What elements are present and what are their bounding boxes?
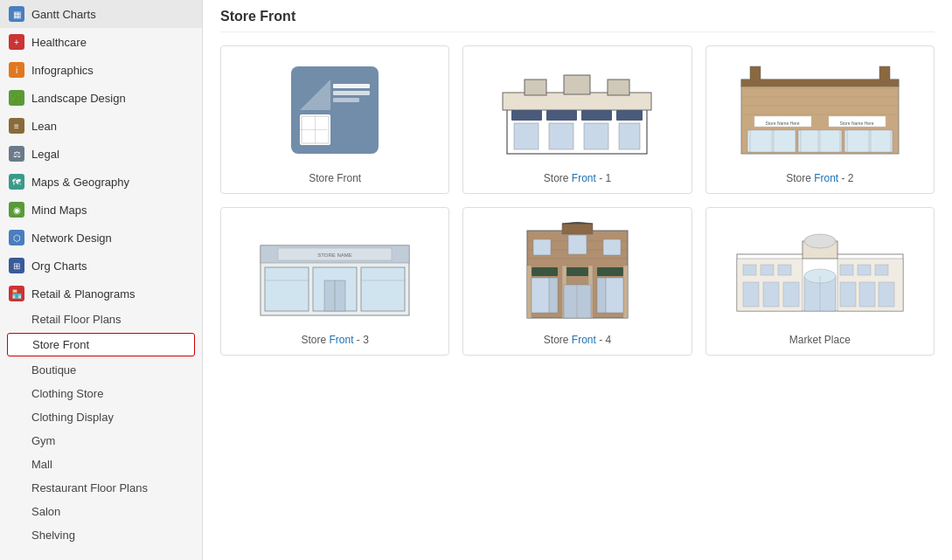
svg-rect-18 [514, 123, 539, 149]
svg-rect-83 [778, 265, 791, 275]
template-card-store-front-3[interactable]: STORE NAME Store Front - 3 [220, 207, 449, 356]
sidebar-item-retail-planograms[interactable]: 🏪 Retail & Planograms [0, 280, 202, 308]
svg-rect-94 [859, 282, 875, 307]
svg-rect-62 [597, 267, 623, 276]
sidebar-item-label: Retail & Planograms [31, 287, 136, 301]
legal-icon: ⚖ [9, 146, 24, 162]
svg-text:Store Name Here: Store Name Here [839, 121, 873, 126]
svg-rect-71 [549, 278, 558, 313]
template-image-store-front-3: STORE NAME [230, 217, 440, 327]
sidebar-subitem-retail-floor-plans[interactable]: Retail Floor Plans [0, 308, 202, 331]
org-charts-icon: ⊞ [9, 258, 24, 273]
svg-rect-75 [597, 278, 606, 313]
sidebar-subitem-label: Clothing Store [31, 387, 103, 400]
sidebar-item-org-charts[interactable]: ⊞ Org Charts [0, 252, 202, 280]
sidebar-item-label: Healthcare [31, 36, 87, 49]
infographics-icon: i [9, 62, 24, 78]
svg-rect-35 [750, 130, 772, 152]
sidebar-item-label: Mind Maps [31, 204, 87, 217]
svg-rect-67 [533, 239, 551, 255]
svg-rect-60 [532, 267, 558, 276]
svg-rect-58 [562, 224, 593, 234]
svg-rect-41 [847, 130, 869, 152]
template-link-store-front-1[interactable]: Front [572, 172, 596, 184]
svg-rect-68 [568, 235, 587, 254]
svg-rect-36 [774, 130, 796, 152]
sidebar-subitem-label: Shelving [31, 529, 75, 542]
sidebar-subitem-clothing-store[interactable]: Clothing Store [0, 382, 202, 405]
svg-rect-13 [608, 80, 629, 95]
template-label-store-front-1: Store Front - 1 [544, 172, 611, 184]
template-link-store-front-3[interactable]: Front [329, 334, 353, 346]
sidebar-item-infographics[interactable]: i Infographics [0, 56, 202, 84]
sidebar-subitem-label: Mall [31, 458, 52, 471]
svg-rect-28 [750, 66, 761, 82]
svg-rect-85 [858, 265, 871, 275]
template-card-market-place[interactable]: Market Place [705, 207, 935, 356]
svg-rect-15 [546, 110, 577, 121]
sidebar-item-label: Network Design [31, 232, 112, 245]
main-content: Store Front Store Front [203, 0, 952, 560]
template-label-store-front: Store Front [309, 172, 361, 184]
svg-rect-29 [879, 66, 890, 82]
sidebar-subitem-clothing-display[interactable]: Clothing Display [0, 405, 202, 429]
template-link-store-front-4[interactable]: Front [572, 334, 596, 346]
svg-rect-90 [743, 282, 759, 307]
sidebar-subitem-label: Store Front [32, 338, 89, 351]
sidebar-item-mind-maps[interactable]: ◉ Mind Maps [0, 196, 202, 224]
sidebar-subitem-gym[interactable]: Gym [0, 429, 202, 453]
template-card-store-front-1[interactable]: Store Front - 1 [462, 45, 691, 194]
template-label-store-front-2: Store Front - 2 [786, 172, 853, 184]
sidebar-item-landscape-design[interactable]: 🌿 Landscape Design [0, 84, 202, 112]
svg-rect-38 [801, 130, 818, 152]
sidebar-subitem-restaurant-floor-plans[interactable]: Restaurant Floor Plans [0, 476, 202, 500]
sidebar-item-maps-geography[interactable]: 🗺 Maps & Geography [0, 168, 202, 196]
sidebar-item-label: Maps & Geography [31, 176, 129, 189]
template-card-store-front-4[interactable]: Store Front - 4 [462, 207, 691, 356]
svg-rect-69 [603, 239, 621, 255]
sidebar-subitem-shelving[interactable]: Shelving [0, 523, 202, 547]
svg-rect-66 [623, 266, 628, 318]
svg-rect-14 [511, 110, 542, 121]
svg-rect-39 [820, 130, 840, 152]
sidebar-item-legal[interactable]: ⚖ Legal [0, 140, 202, 168]
template-label-market-place: Market Place [789, 334, 851, 346]
sidebar-item-gantt-charts[interactable]: ▦ Gantt Charts [0, 0, 202, 28]
sidebar-item-lean[interactable]: ≡ Lean [0, 112, 202, 140]
template-image-store-front [230, 55, 440, 165]
svg-marker-59 [562, 222, 593, 224]
svg-rect-20 [584, 123, 608, 149]
sidebar-item-healthcare[interactable]: + Healthcare [0, 28, 202, 56]
sidebar-item-network-design[interactable]: ⬡ Network Design [0, 224, 202, 252]
sidebar-subitem-boutique[interactable]: Boutique [0, 358, 202, 382]
template-card-store-front-2[interactable]: Store Name Here Store Name Here Store [705, 45, 935, 194]
svg-rect-42 [871, 130, 891, 152]
svg-rect-82 [761, 265, 774, 275]
mind-maps-icon: ◉ [9, 202, 24, 218]
svg-text:STORE NAME: STORE NAME [317, 252, 352, 258]
svg-rect-19 [549, 123, 573, 149]
sidebar-subitem-label: Clothing Display [31, 411, 114, 424]
svg-rect-21 [619, 123, 640, 149]
svg-rect-61 [562, 267, 593, 276]
template-label-store-front-3: Store Front - 3 [301, 334, 368, 346]
sidebar-subitem-store-front[interactable]: Store Front [7, 333, 195, 356]
svg-rect-27 [741, 80, 899, 86]
lean-icon: ≡ [9, 118, 24, 134]
template-card-store-front[interactable]: Store Front [220, 45, 449, 194]
template-image-store-front-2: Store Name Here Store Name Here [715, 55, 925, 165]
svg-rect-95 [879, 282, 894, 307]
sidebar-subitem-mall[interactable]: Mall [0, 453, 202, 476]
template-link-store-front-2[interactable]: Front [814, 172, 838, 184]
page-title: Store Front [220, 9, 935, 32]
sidebar-subitem-label: Retail Floor Plans [31, 313, 122, 326]
svg-rect-86 [875, 265, 888, 275]
sidebar-subitem-label: Gym [31, 434, 55, 447]
svg-rect-84 [840, 265, 853, 275]
svg-rect-63 [527, 266, 532, 318]
svg-rect-72 [564, 285, 591, 318]
gantt-charts-icon: ▦ [9, 6, 24, 22]
sidebar-subitem-salon[interactable]: Salon [0, 500, 202, 523]
template-image-market-place [715, 217, 925, 327]
template-image-store-front-4 [472, 217, 682, 327]
